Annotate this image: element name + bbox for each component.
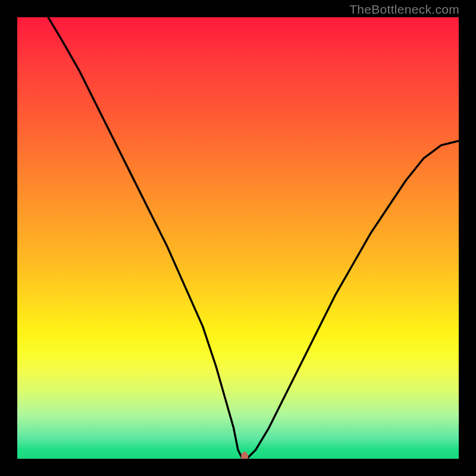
bottleneck-curve-path [48,17,459,459]
curve-svg [17,17,459,459]
chart-frame: TheBottleneck.com [0,0,476,476]
watermark-label: TheBottleneck.com [349,2,459,17]
plot-area [17,17,459,459]
min-marker [241,452,248,459]
